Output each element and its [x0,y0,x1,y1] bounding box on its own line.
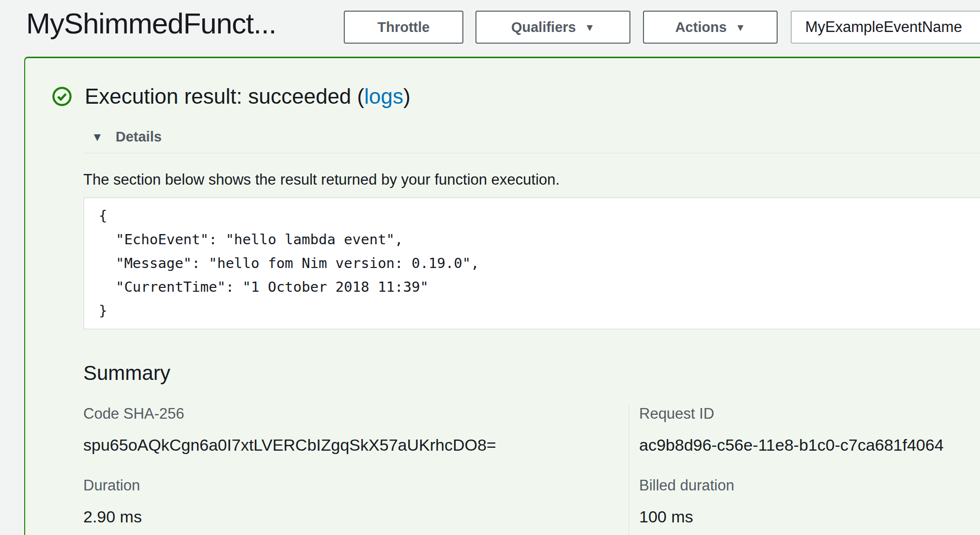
chevron-down-icon: ▼ [584,22,595,32]
success-check-icon [52,86,72,107]
execution-result-heading: Execution result: succeeded (logs) [85,84,411,109]
summary-field-code-sha: Code SHA-256 spu65oAQkCgn6a0I7xtLVERCbIZ… [83,405,628,455]
qualifiers-button-label: Qualifiers [511,19,576,35]
execution-result-text-suffix: ) [403,84,411,108]
field-value: spu65oAQkCgn6a0I7xtLVERCbIZgqSkX57aUKrhc… [83,435,628,455]
throttle-button[interactable]: Throttle [344,11,463,44]
execution-result-text: Execution result: succeeded ( [85,84,364,108]
field-value: 100 ms [639,507,980,526]
field-label: Request ID [639,405,980,423]
details-divider [83,153,980,154]
triangle-down-icon: ▼ [92,131,103,143]
function-name-title: MyShimmedFunct... [26,7,276,40]
summary-column-left: Code SHA-256 spu65oAQkCgn6a0I7xtLVERCbIZ… [83,405,628,535]
chevron-down-icon: ▼ [735,22,746,32]
actions-button[interactable]: Actions ▼ [643,11,778,44]
result-description: The section below shows the result retur… [83,170,980,189]
throttle-button-label: Throttle [378,19,430,35]
page-header: MyShimmedFunct... Throttle Qualifiers ▼ … [0,0,980,48]
logs-link[interactable]: logs [364,84,403,108]
field-value: ac9b8d96-c56e-11e8-b1c0-c7ca681f4064 [639,435,980,455]
details-toggle-label: Details [116,129,162,145]
actions-button-label: Actions [675,19,726,35]
test-event-select-value: MyExampleEventName [805,18,962,36]
execution-result-banner: Execution result: succeeded (logs) [25,58,980,109]
summary-field-request-id: Request ID ac9b8d96-c56e-11e8-b1c0-c7ca6… [639,405,980,455]
test-event-select[interactable]: MyExampleEventName [791,11,980,44]
field-label: Duration [83,477,628,494]
field-value: 2.90 ms [83,507,628,526]
summary-grid: Code SHA-256 spu65oAQkCgn6a0I7xtLVERCbIZ… [83,405,980,535]
result-json-output: { "EchoEvent": "hello lambda event", "Me… [83,197,980,330]
execution-result-panel: Execution result: succeeded (logs) ▼ Det… [24,57,980,535]
summary-field-duration: Duration 2.90 ms [83,477,628,526]
summary-heading: Summary [83,362,980,385]
field-label: Billed duration [639,477,980,494]
qualifiers-button[interactable]: Qualifiers ▼ [475,11,630,44]
field-label: Code SHA-256 [83,405,628,423]
summary-field-billed-duration: Billed duration 100 ms [639,477,980,526]
details-toggle[interactable]: ▼ Details [92,129,237,145]
summary-column-right: Request ID ac9b8d96-c56e-11e8-b1c0-c7ca6… [628,405,980,535]
